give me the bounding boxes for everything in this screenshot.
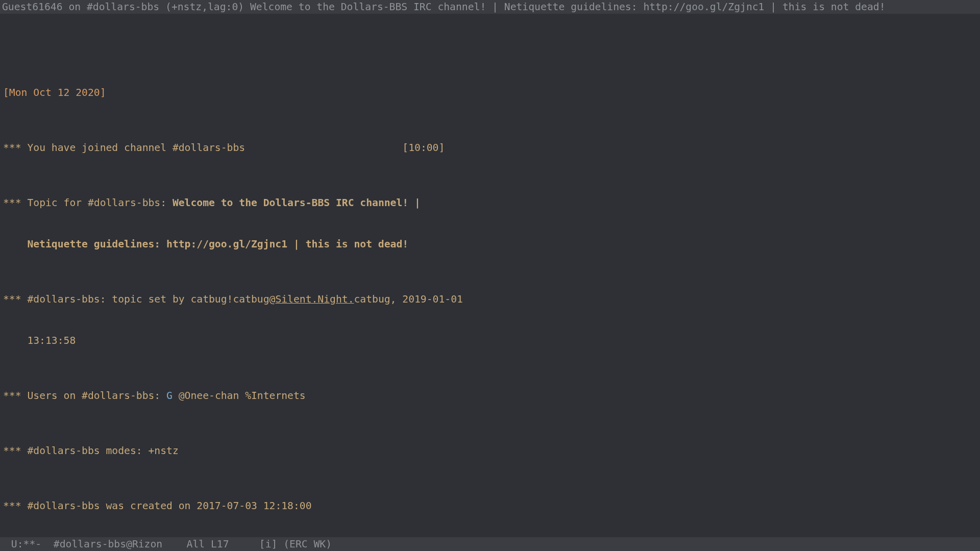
server-stars: ***	[3, 142, 21, 154]
topic-body-1: Welcome to the Dollars-BBS IRC channel! …	[173, 197, 421, 209]
topic-body-2: Netiquette guidelines: http://goo.gl/Zgj…	[27, 238, 408, 250]
notice-topic-line2: Netiquette guidelines: http://goo.gl/Zgj…	[3, 237, 977, 251]
topic-set-time: 13:13:58	[27, 335, 76, 346]
notice-topic-set-time: 13:13:58	[3, 334, 977, 347]
mode-line[interactable]: U:**- #dollars-bbs@Rizon All L17 [i] (ER…	[0, 537, 980, 551]
title-bar: Guest61646 on #dollars-bbs (+nstz,lag:0)…	[0, 0, 980, 14]
notice-join: *** You have joined channel #dollars-bbs…	[3, 141, 977, 155]
notice-created: *** #dollars-bbs was created on 2017-07-…	[3, 499, 977, 513]
users-rest: @Onee-chan %Internets	[173, 390, 306, 402]
notice-topic-line1: *** Topic for #dollars-bbs: Welcome to t…	[3, 196, 977, 210]
topic-prefix: Topic for #dollars-bbs:	[27, 197, 172, 209]
topic-set-pre: #dollars-bbs: topic set by catbug!catbug…	[27, 293, 275, 305]
topic-set-post: catbug, 2019-01-01	[354, 293, 462, 305]
erc-buffer[interactable]: [Mon Oct 12 2020] *** You have joined ch…	[3, 14, 977, 537]
mode-line-text: U:**- #dollars-bbs@Rizon All L17 [i] (ER…	[5, 538, 332, 550]
timestamp: [10:00]	[245, 141, 445, 155]
users-pre: Users on #dollars-bbs:	[27, 390, 166, 402]
date-header: [Mon Oct 12 2020]	[3, 87, 106, 98]
notice-users: *** Users on #dollars-bbs: G @Onee-chan …	[3, 389, 977, 403]
modes-text: #dollars-bbs modes: +nstz	[27, 445, 178, 457]
date-header-line: [Mon Oct 12 2020]	[3, 86, 977, 99]
self-nick: G	[166, 390, 173, 402]
notice-text: You have joined channel #dollars-bbs	[27, 142, 245, 154]
notice-topic-set-by: *** #dollars-bbs: topic set by catbug!ca…	[3, 292, 977, 306]
created-text: #dollars-bbs was created on 2017-07-03 1…	[27, 500, 311, 512]
hostmask-link[interactable]: Silent.Night.	[275, 293, 354, 305]
notice-modes: *** #dollars-bbs modes: +nstz	[3, 444, 977, 458]
title-text: Guest61646 on #dollars-bbs (+nstz,lag:0)…	[2, 1, 886, 13]
